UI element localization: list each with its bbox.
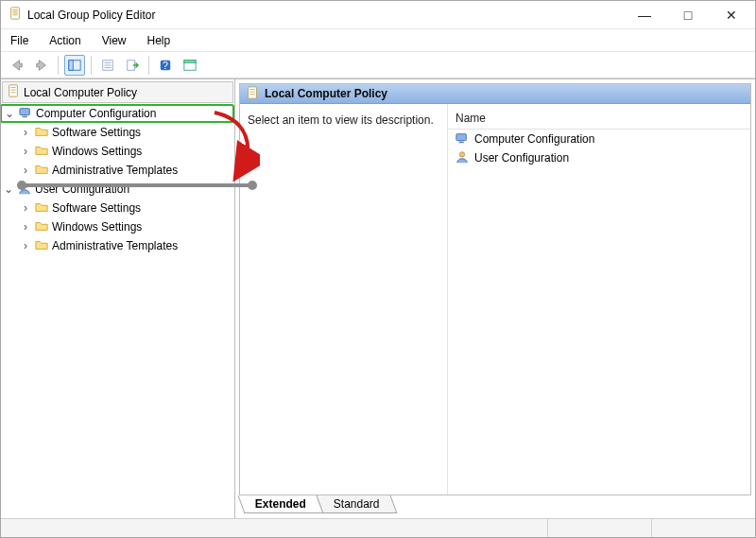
chevron-down-icon[interactable]: ⌄ — [4, 107, 15, 120]
tree-item-label: Computer Configuration — [36, 107, 156, 120]
properties-button[interactable] — [97, 55, 118, 76]
svg-point-29 — [459, 151, 464, 156]
list-item-label: User Configuration — [474, 151, 569, 165]
description-text: Select an item to view its description. — [248, 113, 434, 127]
policy-root-icon — [246, 86, 259, 102]
content-columns: Select an item to view its description. … — [240, 104, 750, 495]
tree-item-label: Administrative Templates — [52, 239, 178, 252]
user-icon — [18, 182, 31, 198]
tree-item-label: Software Settings — [52, 201, 141, 215]
content-header: Local Computer Policy — [240, 84, 750, 104]
status-cell — [651, 519, 755, 537]
tree-item-computer-configuration[interactable]: ⌄ Computer Configuration › — [1, 104, 234, 180]
window-frame: Local Group Policy Editor — □ ✕ File Act… — [0, 0, 756, 538]
titlebar: Local Group Policy Editor — □ ✕ — [1, 1, 755, 29]
menu-file[interactable]: File — [7, 32, 32, 49]
svg-text:?: ? — [163, 59, 168, 70]
content-body: Local Computer Policy Select an item to … — [239, 83, 751, 495]
content-pane: Local Computer Policy Select an item to … — [235, 79, 755, 518]
client-area: Local Computer Policy ⌄ Computer Configu… — [1, 78, 755, 518]
chevron-right-icon[interactable]: › — [20, 164, 31, 177]
folder-icon — [35, 200, 48, 217]
chevron-right-icon[interactable]: › — [20, 239, 31, 252]
tab-extended[interactable]: Extended — [238, 495, 324, 513]
svg-rect-15 — [184, 60, 196, 62]
folder-icon — [35, 144, 48, 160]
maximize-button[interactable]: □ — [666, 1, 710, 29]
computer-icon — [455, 131, 469, 148]
chevron-right-icon[interactable]: › — [20, 145, 31, 158]
toolbar-separator — [58, 56, 59, 75]
column-header-name[interactable]: Name — [448, 108, 750, 130]
chevron-right-icon[interactable]: › — [20, 220, 31, 234]
tree-item-label: Software Settings — [52, 126, 141, 139]
show-hide-tree-button[interactable] — [64, 55, 85, 76]
chevron-down-icon[interactable]: ⌄ — [3, 182, 14, 196]
svg-rect-27 — [456, 133, 467, 140]
forward-button[interactable] — [31, 55, 52, 76]
app-icon — [9, 7, 22, 23]
list-column: Name Computer Configuration User Config — [448, 104, 750, 495]
menu-action[interactable]: Action — [45, 32, 84, 49]
window-controls: — □ ✕ — [623, 1, 753, 29]
folder-icon — [35, 219, 48, 235]
minimize-button[interactable]: — — [623, 1, 666, 29]
tree-item-admin-templates[interactable]: › Administrative Templates — [1, 161, 234, 180]
tree-item-label: Windows Settings — [52, 220, 142, 234]
close-button[interactable]: ✕ — [710, 1, 753, 29]
svg-rect-20 — [20, 108, 30, 114]
folder-icon — [35, 125, 48, 141]
content-header-title: Local Computer Policy — [265, 87, 387, 100]
folder-icon — [35, 163, 48, 179]
tab-standard[interactable]: Standard — [317, 495, 398, 513]
user-icon — [455, 150, 469, 166]
list-item[interactable]: User Configuration — [448, 148, 750, 167]
help-button[interactable]: ? — [155, 55, 176, 76]
status-cell — [547, 519, 651, 537]
description-column: Select an item to view its description. — [240, 104, 448, 495]
toolbar-separator — [148, 56, 149, 75]
tree: ⌄ Computer Configuration › — [1, 104, 234, 255]
tree-root-label: Local Computer Policy — [24, 86, 137, 99]
svg-rect-28 — [459, 141, 464, 143]
svg-rect-16 — [9, 85, 18, 96]
tree-item-label: User Configuration — [35, 182, 129, 196]
tree-pane[interactable]: Local Computer Policy ⌄ Computer Configu… — [1, 79, 235, 518]
toolbar-separator — [91, 56, 92, 75]
tree-item-software-settings[interactable]: › Software Settings — [1, 123, 234, 142]
toolbar: ? — [1, 52, 755, 78]
list-item-label: Computer Configuration — [474, 132, 594, 146]
menu-help[interactable]: Help — [144, 32, 175, 49]
svg-rect-21 — [23, 115, 27, 117]
tree-item-admin-templates[interactable]: › Administrative Templates — [1, 236, 234, 255]
svg-point-22 — [22, 182, 26, 187]
export-list-button[interactable] — [122, 55, 143, 76]
svg-rect-23 — [249, 86, 257, 97]
tree-item-label: Windows Settings — [52, 145, 142, 158]
chevron-right-icon[interactable]: › — [20, 126, 31, 139]
statusbar — [1, 518, 755, 537]
tree-item-label: Administrative Templates — [52, 164, 178, 177]
tree-item-software-settings[interactable]: › Software Settings — [1, 199, 234, 217]
bottom-tabs: Extended Standard — [235, 495, 755, 518]
policy-root-icon — [7, 84, 20, 100]
list-item[interactable]: Computer Configuration — [448, 130, 750, 148]
menubar: File Action View Help — [1, 29, 755, 52]
tree-root[interactable]: Local Computer Policy — [2, 81, 233, 103]
computer-icon — [19, 106, 32, 122]
tree-item-user-configuration[interactable]: ⌄ User Configuration › Sof — [1, 180, 234, 255]
tree-item-windows-settings[interactable]: › Windows Settings — [1, 142, 234, 161]
window-title: Local Group Policy Editor — [27, 9, 623, 22]
filter-button[interactable] — [180, 55, 200, 76]
menu-view[interactable]: View — [98, 32, 130, 49]
back-button[interactable] — [7, 55, 27, 76]
tree-item-windows-settings[interactable]: › Windows Settings — [1, 217, 234, 236]
folder-icon — [35, 238, 48, 254]
svg-rect-6 — [69, 60, 73, 70]
chevron-right-icon[interactable]: › — [20, 201, 31, 215]
